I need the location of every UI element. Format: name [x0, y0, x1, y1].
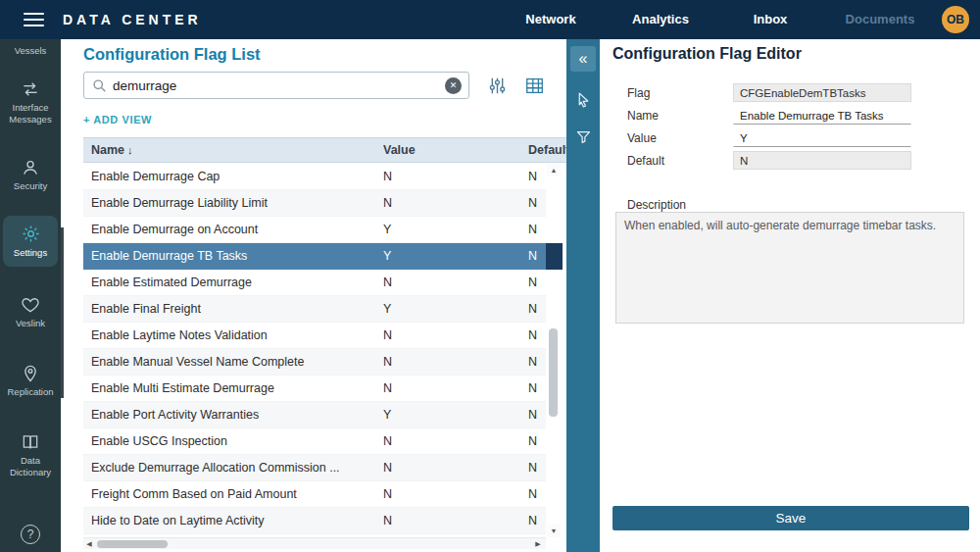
value-field[interactable]: Y [733, 128, 911, 147]
help-button[interactable]: ? [0, 525, 61, 544]
table-row[interactable]: Enable Demurrage Liability LimitNN [83, 190, 546, 217]
grid-view-icon[interactable] [525, 76, 545, 96]
vertical-scrollbar[interactable]: ▲ ▼ [547, 164, 561, 537]
sidebar-item-replication[interactable]: Replication [0, 359, 61, 402]
nav-analytics[interactable]: Analytics [606, 0, 715, 39]
sidebar-item-interface-messages[interactable]: Interface Messages [0, 75, 61, 129]
field-row-name: NameEnable Demurrage TB Tasks [627, 106, 911, 125]
sidebar-item-label: Settings [14, 247, 47, 259]
description-textarea[interactable]: When enabled, will auto-generate demurra… [615, 212, 964, 324]
sidebar-item-label: Data Dictionary [2, 455, 59, 478]
topbar: DATA CENTER NetworkAnalyticsInboxDocumen… [0, 0, 980, 39]
cell-name: Enable USCG Inspection [83, 428, 375, 454]
sidebar-item-label: Veslink [16, 318, 45, 329]
table-row[interactable]: Enable Demurrage on AccountYN [83, 217, 546, 243]
search-input[interactable]: demurrage ✕ [83, 72, 469, 99]
app-root: DATA CENTER NetworkAnalyticsInboxDocumen… [0, 0, 980, 552]
sidebar: VesselsInterface MessagesSecuritySetting… [0, 39, 61, 552]
field-label-name: Name [627, 109, 733, 123]
cell-value: N [375, 428, 520, 454]
avatar[interactable]: OB [942, 6, 969, 33]
panel-tool-strip: « [566, 39, 600, 552]
cell-value: Y [375, 296, 520, 322]
cell-default: N [520, 164, 546, 189]
cell-value: N [375, 270, 520, 295]
cell-value: N [375, 164, 520, 189]
cell-value: N [375, 190, 520, 216]
flag-editor-panel: Configuration Flag Editor FlagCFGEnableD… [600, 39, 980, 552]
table-body: Enable Demurrage CapNNEnable Demurrage L… [83, 164, 546, 534]
field-row-default: DefaultN [627, 151, 911, 170]
search-icon [92, 78, 107, 93]
description-label: Description [627, 198, 686, 212]
cell-name: Enable Multi Estimate Demurrage [83, 376, 375, 401]
filter-icon[interactable] [575, 126, 592, 146]
cell-name: Enable Manual Vessel Name Complete [83, 349, 375, 375]
scroll-down-icon[interactable]: ▼ [547, 525, 561, 537]
pointer-tool-icon[interactable] [575, 89, 592, 109]
location-pin-icon [21, 363, 40, 383]
cell-name: Enable Port Activity Warranties [83, 402, 375, 427]
sidebar-scrollbar[interactable] [61, 227, 64, 398]
table-row[interactable]: Enable Manual Vessel Name CompleteNN [83, 349, 546, 376]
table-row[interactable]: Enable Multi Estimate DemurrageNN [83, 376, 546, 402]
name-field[interactable]: Enable Demurrage TB Tasks [733, 106, 911, 125]
menu-icon[interactable] [24, 13, 44, 26]
table-row[interactable]: Enable Estimated DemurrageNN [83, 270, 546, 296]
table-row[interactable]: Enable Demurrage CapNN [83, 164, 546, 190]
cell-default: N [520, 402, 546, 427]
sidebar-item-label: Vessels [15, 45, 47, 57]
table-header: Name↓ Value Default [83, 137, 566, 163]
cell-value: N [375, 323, 520, 348]
cell-value: N [375, 508, 520, 533]
cell-value: N [375, 376, 520, 401]
cell-name: Freight Comm Based on Paid Amount [83, 481, 375, 507]
table-row[interactable]: Freight Comm Based on Paid AmountNN [83, 481, 546, 508]
sidebar-item-settings[interactable]: Settings [3, 216, 58, 267]
cell-default: N [520, 323, 546, 348]
cell-name: Enable Estimated Demurrage [83, 270, 375, 295]
column-header-name[interactable]: Name↓ [83, 138, 375, 162]
vertical-scrollbar-thumb[interactable] [549, 328, 558, 417]
table-row[interactable]: Exclude Demurrage Allocation Commission … [83, 455, 546, 481]
flag-field: CFGEnableDemTBTasks [733, 83, 911, 102]
table-row[interactable]: Enable Laytime Notes ValidationNN [83, 323, 546, 349]
nav-inbox[interactable]: Inbox [715, 0, 825, 39]
cell-default: N [520, 243, 546, 269]
add-view-button[interactable]: + ADD VIEW [83, 114, 152, 125]
sidebar-item-veslink[interactable]: Veslink [0, 290, 61, 333]
cell-default: N [520, 349, 546, 375]
clear-search-icon[interactable]: ✕ [445, 77, 462, 94]
table-row[interactable]: Hide to Date on Laytime ActivityNN [83, 508, 546, 534]
cell-name: Exclude Demurrage Allocation Commission … [83, 455, 375, 480]
book-icon [21, 431, 40, 452]
scroll-right-icon[interactable]: ▶ [532, 538, 544, 550]
nav-network[interactable]: Network [496, 0, 606, 39]
column-header-value[interactable]: Value [375, 138, 520, 162]
nav-documents[interactable]: Documents [825, 0, 935, 39]
cell-value: N [375, 481, 520, 507]
editor-fields: FlagCFGEnableDemTBTasksNameEnable Demurr… [627, 83, 911, 174]
table-row[interactable]: Enable Port Activity WarrantiesYN [83, 402, 546, 428]
horizontal-scrollbar[interactable]: ◀ ▶ [83, 537, 546, 549]
field-row-value: ValueY [627, 128, 911, 147]
scroll-left-icon[interactable]: ◀ [83, 538, 95, 550]
cell-name: Enable Demurrage on Account [83, 217, 375, 242]
column-filter-icon[interactable] [488, 76, 508, 96]
sidebar-item-data-dictionary[interactable]: Data Dictionary [0, 427, 61, 482]
collapse-panel-icon[interactable]: « [570, 46, 596, 72]
heart-icon [21, 294, 40, 315]
column-header-default[interactable]: Default [520, 138, 566, 162]
save-button[interactable]: Save [612, 506, 969, 530]
cell-default: N [520, 296, 546, 322]
sidebar-item-security[interactable]: Security [0, 153, 61, 196]
field-row-flag: FlagCFGEnableDemTBTasks [627, 83, 911, 102]
scroll-up-icon[interactable]: ▲ [547, 164, 561, 176]
table-row[interactable]: Enable USCG InspectionNN [83, 428, 546, 455]
horizontal-scrollbar-thumb[interactable] [97, 540, 168, 548]
sidebar-item-vessels[interactable]: Vessels [0, 41, 61, 61]
search-value: demurrage [113, 78, 445, 93]
table-row[interactable]: Enable Final FreightYN [83, 296, 546, 323]
table-row[interactable]: Enable Demurrage TB TasksYN [83, 243, 546, 270]
cell-value: Y [375, 243, 520, 269]
